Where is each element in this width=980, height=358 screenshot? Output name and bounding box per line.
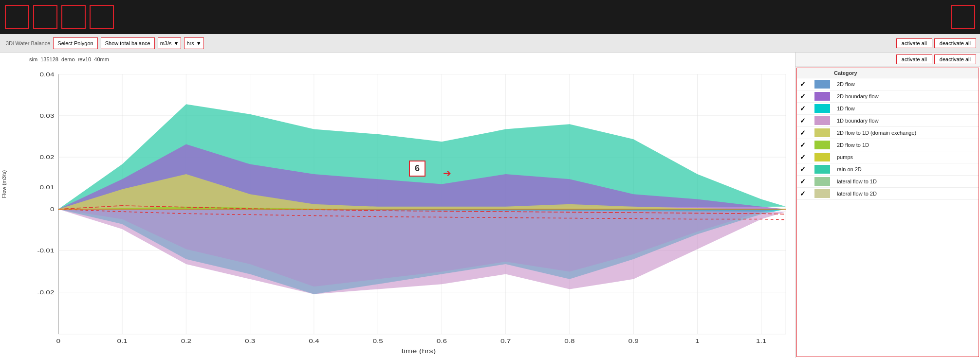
svg-text:-0.02: -0.02: [37, 289, 54, 296]
svg-text:0.3: 0.3: [245, 338, 255, 344]
table-row[interactable]: ✓ lateral flow to 1D: [797, 176, 979, 188]
toolbar-btn-right[interactable]: [951, 5, 975, 29]
flow-unit-select[interactable]: m3/s ▼: [158, 37, 182, 49]
svg-text:0.1: 0.1: [117, 338, 127, 344]
activate-all-button-panel[interactable]: activate all: [896, 54, 932, 64]
chart-svg: 0.04 0.03 0.02 0.01 0 -0.01 -0.02 0 0.1 …: [24, 64, 793, 354]
svg-text:0: 0: [50, 206, 55, 213]
time-unit-select[interactable]: hrs ▼: [184, 37, 203, 49]
row-color-swatch-3: [814, 116, 830, 125]
toolbar-btn-4[interactable]: [90, 5, 114, 29]
top-toolbar: [0, 0, 980, 34]
row-color-swatch-5: [814, 141, 830, 149]
row-category-name-2: 1D flow: [834, 106, 976, 111]
toolbar-btn-3[interactable]: [61, 5, 86, 29]
row-color-swatch-7: [814, 165, 830, 174]
table-row[interactable]: ✓ pumps: [797, 151, 979, 163]
svg-text:0.6: 0.6: [437, 338, 447, 344]
annotation-arrow-icon: ➔: [443, 167, 451, 179]
color-col-header: [814, 70, 834, 76]
svg-text:0.04: 0.04: [40, 72, 55, 78]
main-content: sim_135128_demo_rev10_40mm Flow (m3/s): [0, 53, 980, 358]
table-row[interactable]: ✓ 2D flow: [797, 78, 979, 90]
deactivate-all-button-panel[interactable]: deactivate all: [934, 54, 976, 64]
row-color-swatch-1: [814, 92, 830, 101]
table-row[interactable]: ✓ 2D flow to 1D (domain exchange): [797, 127, 979, 139]
category-header: Category: [797, 68, 979, 78]
check-col-header: [800, 70, 814, 76]
svg-text:0.8: 0.8: [564, 338, 574, 344]
svg-text:-0.01: -0.01: [37, 248, 54, 254]
show-total-balance-button[interactable]: Show total balance: [101, 37, 155, 49]
svg-text:time (hrs): time (hrs): [402, 348, 436, 354]
row-category-name-6: pumps: [834, 154, 976, 160]
table-row[interactable]: ✓ rain on 2D: [797, 163, 979, 176]
deactivate-all-button[interactable]: deactivate all: [934, 38, 976, 48]
svg-text:0.5: 0.5: [372, 338, 383, 344]
select-polygon-button[interactable]: Select Polygon: [53, 37, 97, 49]
row-checkbox-9[interactable]: ✓: [800, 190, 814, 197]
app-title: 3Di Water Balance: [6, 40, 50, 46]
table-row[interactable]: ✓ 1D boundary flow: [797, 115, 979, 127]
table-row[interactable]: ✓ 1D flow: [797, 103, 979, 115]
right-controls: activate all deactivate all: [896, 38, 976, 48]
annotation-box: 6: [409, 161, 425, 177]
row-checkbox-6[interactable]: ✓: [800, 153, 814, 161]
toolbar-btn-1[interactable]: [5, 5, 29, 29]
row-category-name-4: 2D flow to 1D (domain exchange): [834, 130, 976, 136]
table-row[interactable]: ✓ 2D boundary flow: [797, 90, 979, 103]
y-axis-label: Flow (m3/s): [1, 170, 7, 198]
activate-all-button[interactable]: activate all: [896, 38, 932, 48]
row-checkbox-2[interactable]: ✓: [800, 105, 814, 112]
row-checkbox-8[interactable]: ✓: [800, 178, 814, 185]
svg-text:0.9: 0.9: [629, 338, 639, 344]
category-rows-container: ✓ 2D flow ✓ 2D boundary flow ✓ 1D flow ✓…: [797, 78, 979, 200]
chart-sim-label: sim_135128_demo_rev10_40mm: [0, 56, 795, 62]
toolbar-btn-2[interactable]: [33, 5, 57, 29]
row-category-name-1: 2D boundary flow: [834, 93, 976, 99]
flow-unit-value: m3/s: [160, 40, 172, 46]
annotation-number: 6: [415, 163, 420, 173]
row-category-name-0: 2D flow: [834, 81, 976, 87]
right-panel-header: activate all deactivate all: [795, 53, 980, 67]
chart-wrapper: Flow (m3/s): [0, 64, 795, 354]
row-category-name-5: 2D flow to 1D: [834, 142, 976, 148]
svg-text:0.7: 0.7: [500, 338, 511, 344]
svg-text:0.4: 0.4: [309, 338, 319, 344]
row-checkbox-7[interactable]: ✓: [800, 165, 814, 173]
flow-unit-chevron-icon: ▼: [174, 40, 179, 46]
svg-text:1.1: 1.1: [756, 338, 766, 344]
row-color-swatch-9: [814, 189, 830, 198]
row-category-name-7: rain on 2D: [834, 166, 976, 172]
svg-marker-26: [58, 209, 786, 294]
row-checkbox-5[interactable]: ✓: [800, 141, 814, 149]
table-row[interactable]: ✓ 2D flow to 1D: [797, 139, 979, 151]
row-checkbox-0[interactable]: ✓: [800, 80, 814, 88]
svg-text:0.01: 0.01: [40, 184, 55, 191]
svg-text:0.03: 0.03: [40, 113, 55, 119]
svg-text:0.02: 0.02: [40, 154, 55, 161]
svg-text:0.2: 0.2: [181, 338, 191, 344]
svg-text:0: 0: [56, 338, 61, 344]
row-checkbox-4[interactable]: ✓: [800, 129, 814, 137]
row-color-swatch-0: [814, 80, 830, 89]
time-unit-value: hrs: [186, 40, 194, 46]
row-color-swatch-6: [814, 153, 830, 161]
row-color-swatch-8: [814, 177, 830, 186]
svg-text:1: 1: [695, 338, 700, 344]
row-category-name-8: lateral flow to 1D: [834, 179, 976, 184]
row-category-name-9: lateral flow to 2D: [834, 191, 976, 197]
time-unit-chevron-icon: ▼: [196, 40, 202, 46]
row-color-swatch-2: [814, 104, 830, 113]
row-color-swatch-4: [814, 128, 830, 137]
table-row[interactable]: ✓ lateral flow to 2D: [797, 188, 979, 200]
sub-toolbar: 3Di Water Balance Select Polygon Show to…: [0, 34, 980, 53]
row-category-name-3: 1D boundary flow: [834, 118, 976, 124]
row-checkbox-1[interactable]: ✓: [800, 92, 814, 100]
right-panel: activate all deactivate all Category ✓ 2…: [795, 53, 980, 358]
chart-area: sim_135128_demo_rev10_40mm Flow (m3/s): [0, 53, 795, 358]
category-table: Category ✓ 2D flow ✓ 2D boundary flow ✓ …: [796, 68, 979, 357]
category-col-header: Category: [834, 70, 976, 76]
row-checkbox-3[interactable]: ✓: [800, 117, 814, 125]
